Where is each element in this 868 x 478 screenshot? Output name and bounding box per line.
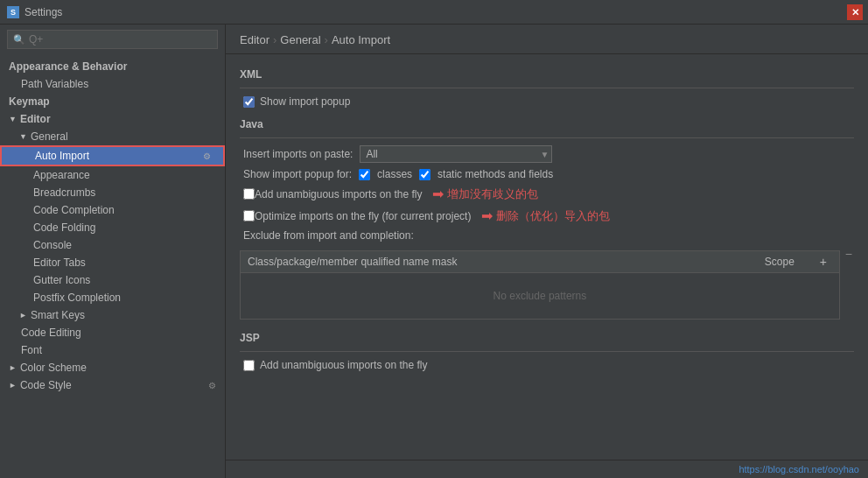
breadcrumb-general: General (280, 33, 320, 46)
breadcrumb-sep-1: › (273, 33, 276, 46)
settings-icon: ⚙ (203, 151, 211, 161)
breadcrumb-sep-2: › (325, 33, 328, 46)
general-expand-icon: ▼ (19, 132, 27, 141)
optimize-imports-annotation: 删除（优化）导入的包 (496, 208, 610, 224)
static-methods-checkbox[interactable] (419, 169, 430, 180)
sidebar-item-code-editing[interactable]: Code Editing (0, 324, 225, 341)
jsp-divider (240, 351, 854, 352)
java-divider (240, 137, 854, 138)
sidebar-item-code-completion[interactable]: Code Completion (0, 201, 225, 219)
smart-keys-expand-icon: ► (19, 311, 27, 320)
sidebar-group-code-style[interactable]: ► Code Style ⚙ (0, 376, 225, 394)
search-icon: 🔍 (13, 34, 25, 46)
sidebar-group-general[interactable]: ▼ General (0, 128, 225, 145)
tree-container: Appearance & Behavior Path Variables Key… (0, 54, 225, 478)
title-bar-text: Settings (24, 6, 62, 18)
add-unambiguous-row: Add unambiguous imports on the fly ➡ 增加没… (240, 186, 854, 202)
add-unambiguous-label: Add unambiguous imports on the fly (255, 188, 422, 200)
classes-label: classes (377, 168, 412, 180)
exclude-table-body: No exclude patterns (241, 273, 839, 319)
search-box[interactable]: 🔍 (7, 30, 218, 49)
classes-checkbox[interactable] (359, 169, 370, 180)
exclude-col1-header: Class/package/member qualified name mask (248, 256, 745, 268)
exclude-table: Class/package/member qualified name mask… (240, 250, 840, 320)
plus-icon: + (820, 255, 827, 269)
exclude-table-header: Class/package/member qualified name mask… (241, 251, 839, 273)
breadcrumb-auto-import: Auto Import (332, 33, 390, 46)
sidebar: 🔍 Appearance & Behavior Path Variables K… (0, 25, 226, 478)
xml-show-import-popup-checkbox[interactable] (243, 96, 255, 108)
sidebar-item-font[interactable]: Font (0, 341, 225, 359)
sidebar-item-postfix-completion[interactable]: Postfix Completion (0, 289, 225, 306)
sidebar-item-auto-import[interactable]: Auto Import ⚙ (0, 145, 225, 166)
close-button[interactable]: ✕ (847, 4, 863, 20)
sidebar-section-keymap: Keymap (0, 93, 225, 110)
sidebar-section-appearance-behavior: Appearance & Behavior (0, 58, 225, 75)
content-panel: Editor › General › Auto Import XML Show … (226, 25, 868, 478)
breadcrumb-bar: Editor › General › Auto Import (226, 25, 868, 54)
exclude-table-container: Class/package/member qualified name mask… (240, 245, 854, 325)
url-bar: https://blog.csdn.net/ooyhao (226, 460, 868, 478)
xml-show-import-popup-row: Show import popup (240, 95, 854, 108)
sidebar-group-editor[interactable]: ▼ Editor (0, 110, 225, 128)
sidebar-item-auto-import-label: Auto Import (35, 150, 89, 162)
sidebar-item-gutter-icons[interactable]: Gutter Icons (0, 271, 225, 289)
jsp-section-label: JSP (240, 332, 854, 344)
insert-imports-select[interactable]: All None Ask (360, 145, 552, 163)
exclude-col2-header: Scope (745, 256, 815, 268)
breadcrumb-editor: Editor (240, 33, 270, 46)
sidebar-item-breadcrumbs[interactable]: Breadcrumbs (0, 184, 225, 201)
code-style-expand-icon: ► (9, 381, 17, 390)
sidebar-item-path-variables[interactable]: Path Variables (0, 75, 225, 93)
sidebar-group-general-label: General (31, 130, 68, 143)
code-style-settings-icon: ⚙ (208, 381, 216, 390)
add-unambiguous-annotation: 增加没有歧义的包 (447, 186, 538, 202)
sidebar-group-code-style-label: Code Style (20, 379, 72, 391)
sidebar-group-color-scheme-label: Color Scheme (20, 362, 87, 374)
java-section-label: Java (240, 118, 854, 130)
color-scheme-expand-icon: ► (9, 363, 17, 372)
insert-imports-row: Insert imports on paste: All None Ask ▼ (240, 145, 854, 163)
optimize-imports-row: Optimize imports on the fly (for current… (240, 207, 854, 224)
sidebar-group-editor-label: Editor (20, 113, 51, 125)
sidebar-group-smart-keys[interactable]: ► Smart Keys (0, 306, 225, 324)
jsp-add-unambiguous-row: Add unambiguous imports on the fly (240, 359, 854, 371)
sidebar-item-code-folding[interactable]: Code Folding (0, 219, 225, 236)
content-body: XML Show import popup Java Insert import… (226, 54, 868, 460)
url-text: https://blog.csdn.net/ooyhao (738, 464, 859, 474)
show-import-popup-for-label: Show import popup for: (243, 168, 352, 180)
sidebar-group-color-scheme[interactable]: ► Color Scheme (0, 359, 225, 376)
insert-imports-label: Insert imports on paste: (243, 148, 353, 160)
xml-divider (240, 88, 854, 88)
add-unambiguous-checkbox[interactable] (243, 188, 255, 200)
insert-imports-select-wrapper: All None Ask ▼ (360, 145, 552, 163)
title-bar: S Settings ✕ (0, 0, 868, 25)
jsp-add-unambiguous-label: Add unambiguous imports on the fly (260, 359, 427, 371)
no-patterns-text: No exclude patterns (494, 290, 587, 302)
sidebar-item-editor-tabs[interactable]: Editor Tabs (0, 254, 225, 271)
exclude-side-buttons: − (844, 245, 854, 263)
app-icon: S (7, 6, 19, 18)
main-container: 🔍 Appearance & Behavior Path Variables K… (0, 25, 868, 478)
add-unambiguous-arrow: ➡ (432, 186, 444, 202)
optimize-imports-arrow: ➡ (481, 207, 493, 224)
optimize-imports-label: Optimize imports on the fly (for current… (255, 210, 471, 222)
optimize-imports-checkbox[interactable] (243, 210, 255, 221)
editor-expand-icon: ▼ (9, 115, 17, 123)
show-import-popup-for-row: Show import popup for: classes static me… (240, 168, 854, 180)
search-input[interactable] (29, 33, 212, 46)
static-methods-label: static methods and fields (438, 168, 553, 180)
sidebar-group-smart-keys-label: Smart Keys (31, 309, 85, 321)
sidebar-item-console[interactable]: Console (0, 236, 225, 254)
sidebar-item-appearance[interactable]: Appearance (0, 166, 225, 184)
exclude-minus-button[interactable]: − (844, 245, 854, 263)
jsp-add-unambiguous-checkbox[interactable] (243, 360, 255, 371)
exclude-add-button[interactable]: + (815, 255, 832, 269)
xml-section-label: XML (240, 68, 854, 81)
exclude-label: Exclude from import and completion: (240, 229, 854, 242)
xml-show-import-popup-label: Show import popup (260, 95, 350, 108)
